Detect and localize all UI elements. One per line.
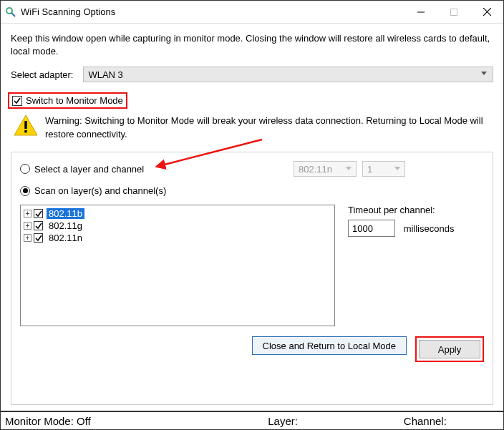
radio-scan-layers-label: Scan on layer(s) and channel(s)	[34, 185, 166, 196]
svg-rect-3	[451, 9, 457, 15]
layer-tree[interactable]: + 802.11b + 802.11g + 802.11n	[20, 205, 335, 326]
adapter-value: WLAN 3	[88, 69, 122, 80]
status-bar: Monitor Mode: Off Layer: Channel:	[1, 411, 503, 429]
expand-icon[interactable]: +	[24, 222, 32, 230]
radio-select-layer-label: Select a layer and channel	[34, 164, 144, 175]
tree-item-label: 802.11g	[47, 220, 84, 231]
chevron-down-icon	[346, 167, 352, 170]
close-window-button[interactable]	[470, 1, 503, 23]
svg-rect-7	[24, 121, 26, 129]
timeout-label: Timeout per channel:	[348, 205, 484, 215]
monitor-mode-label: Switch to Monitor Mode	[26, 95, 123, 106]
app-icon	[5, 6, 16, 18]
monitor-mode-highlight: Switch to Monitor Mode	[8, 92, 127, 109]
svg-rect-8	[24, 130, 26, 132]
tree-checkbox[interactable]	[34, 221, 43, 230]
intro-text: Keep this window open while capturing in…	[11, 32, 493, 58]
adapter-label: Select adapter:	[11, 69, 73, 80]
chevron-down-icon	[481, 72, 487, 75]
apply-button-label: Apply	[438, 344, 462, 355]
status-channel-label: Channel:	[404, 415, 447, 427]
radio-select-layer[interactable]	[20, 164, 30, 174]
timeout-input[interactable]: 1000	[348, 220, 395, 237]
apply-highlight: Apply	[415, 336, 484, 362]
maximize-button[interactable]	[437, 1, 470, 23]
tree-checkbox[interactable]	[34, 209, 43, 218]
channel-combo: 1	[362, 161, 405, 177]
layer-combo-value: 802.11n	[299, 164, 332, 175]
tree-item[interactable]: + 802.11b	[22, 207, 333, 220]
tree-item-label: 802.11b	[47, 208, 84, 219]
status-layer-label: Layer:	[268, 415, 298, 427]
apply-button[interactable]: Apply	[419, 340, 480, 358]
window-title: WiFi Scanning Options	[21, 6, 404, 17]
tree-item[interactable]: + 802.11g	[22, 220, 333, 232]
scan-groupbox: Select a layer and channel 802.11n 1 Sca…	[11, 152, 493, 405]
svg-line-1	[11, 13, 15, 16]
tree-checkbox[interactable]	[34, 233, 43, 243]
monitor-mode-checkbox[interactable]	[12, 96, 22, 106]
layer-combo: 802.11n	[294, 161, 357, 177]
warning-text: Warning: Switching to Monitor Mode will …	[45, 114, 490, 142]
expand-icon[interactable]: +	[24, 234, 32, 242]
radio-scan-layers[interactable]	[20, 186, 30, 196]
close-button-label: Close and Return to Local Mode	[263, 341, 396, 351]
tree-item[interactable]: + 802.11n	[22, 232, 333, 244]
timeout-unit: milliseconds	[404, 223, 455, 234]
expand-icon[interactable]: +	[24, 210, 32, 218]
timeout-value: 1000	[352, 223, 373, 234]
warning-icon	[14, 114, 38, 136]
minimize-button[interactable]	[404, 1, 437, 23]
svg-point-0	[6, 8, 12, 14]
window-titlebar: WiFi Scanning Options	[1, 1, 503, 24]
tree-item-label: 802.11n	[47, 233, 84, 243]
status-mode-value: Off	[77, 415, 91, 427]
channel-combo-value: 1	[367, 164, 372, 175]
chevron-down-icon	[394, 167, 400, 170]
close-local-mode-button[interactable]: Close and Return to Local Mode	[252, 336, 407, 355]
status-mode-label: Monitor Mode:	[5, 415, 74, 427]
adapter-select[interactable]: WLAN 3	[83, 67, 493, 82]
